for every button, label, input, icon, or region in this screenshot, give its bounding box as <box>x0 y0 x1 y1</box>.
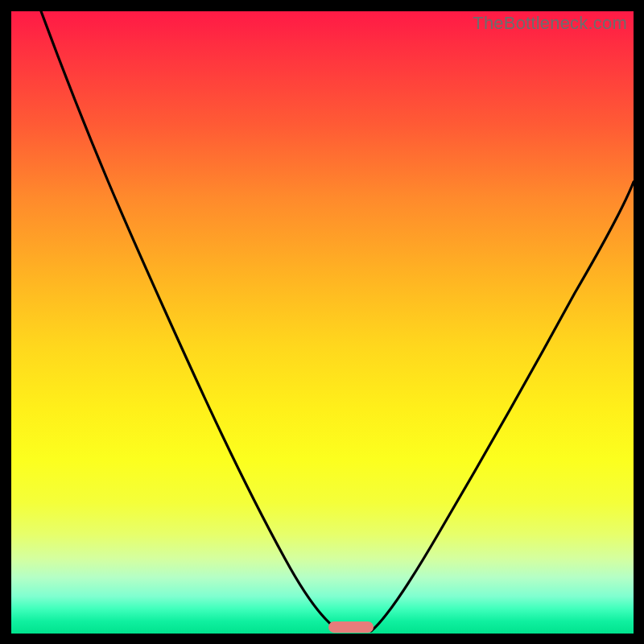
bottleneck-curves <box>11 11 634 634</box>
right-curve <box>371 182 634 631</box>
plot-area: TheBottleneck.com <box>11 11 634 634</box>
left-curve <box>41 11 340 631</box>
optimal-range-marker <box>328 621 374 633</box>
chart-frame: TheBottleneck.com <box>0 0 644 644</box>
